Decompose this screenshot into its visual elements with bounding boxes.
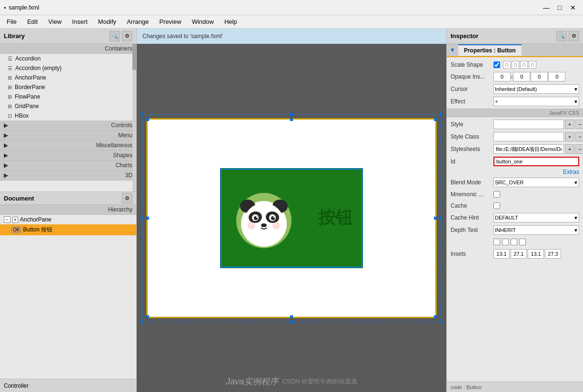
- menu-modify[interactable]: Modify: [93, 16, 121, 27]
- containers-section-header[interactable]: Containers: [0, 44, 136, 54]
- inspector-settings-button[interactable]: ⚙: [569, 31, 579, 41]
- close-button[interactable]: ✕: [567, 1, 579, 14]
- title-bar-left: ▪ sample.fxml: [4, 4, 39, 11]
- library-item-anchorpane[interactable]: ⊞ AnchorPane: [0, 73, 136, 82]
- misc-section-header[interactable]: ▶ Miscellaneous: [0, 141, 136, 151]
- accordion-label: Accordion: [15, 55, 40, 62]
- menu-file[interactable]: File: [2, 16, 21, 27]
- prop-cursor: Cursor Inherited (Default) ▼: [447, 83, 583, 95]
- style-minus-btn[interactable]: −: [575, 120, 583, 129]
- prop-blend-mode: Blend Mode SRC_OVER ▼: [447, 176, 583, 189]
- hierarchy-item-button[interactable]: OK Button 按钮: [0, 224, 136, 235]
- menu-section-header[interactable]: ▶ Menu: [0, 131, 136, 141]
- id-input[interactable]: [493, 157, 579, 166]
- insets-val-3[interactable]: [528, 249, 544, 259]
- prop-effect: Effect + ▼: [447, 95, 583, 108]
- menu-help[interactable]: Help: [220, 16, 242, 27]
- scale-btn-4[interactable]: □: [529, 61, 536, 69]
- charts-section-header[interactable]: ▶ Charts: [0, 161, 136, 171]
- cache-hint-select[interactable]: DEFAULT: [493, 213, 579, 222]
- style-class-add-btn[interactable]: +: [565, 132, 574, 141]
- app-icon: ▪: [4, 4, 6, 11]
- style-class-input[interactable]: [493, 132, 564, 141]
- stylesheets-add-btn[interactable]: +: [565, 144, 574, 154]
- opaque-val-4[interactable]: [548, 72, 565, 81]
- style-input[interactable]: [493, 120, 564, 129]
- menu-insert[interactable]: Insert: [67, 16, 92, 27]
- document-settings-button[interactable]: ⚙: [122, 193, 132, 203]
- misc-label: Miscellaneous: [96, 142, 132, 149]
- insets-check-4[interactable]: [519, 239, 526, 245]
- cursor-select[interactable]: Inherited (Default): [493, 84, 579, 94]
- scale-shape-checkbox[interactable]: [493, 61, 500, 68]
- id-value: [493, 157, 579, 166]
- menu-edit[interactable]: Edit: [22, 16, 42, 27]
- hbox-label: HBox: [15, 112, 29, 119]
- menu-window[interactable]: Window: [187, 16, 219, 27]
- hierarchy-item-anchorpane[interactable]: − + AnchorPane: [0, 215, 136, 224]
- menu-preview[interactable]: Preview: [154, 16, 186, 27]
- scale-btn-1[interactable]: □: [503, 61, 511, 69]
- shapes-section-header[interactable]: ▶ Shapes: [0, 151, 136, 161]
- menu-view[interactable]: View: [43, 16, 66, 27]
- stylesheets-minus-btn[interactable]: −: [575, 144, 583, 154]
- library-item-accordion-empty[interactable]: ☰ Accordion (empty): [0, 63, 136, 73]
- mnemonic-label: Mnemonic ...: [451, 191, 493, 198]
- cursor-select-wrapper: Inherited (Default) ▼: [493, 84, 579, 94]
- maximize-button[interactable]: □: [553, 1, 566, 14]
- prop-scale-shape: Scale Shape □ □ □ □: [447, 59, 583, 70]
- left-panel: Library 🔍 ⚙ Containers ☰ Accordion ☰ Acc…: [0, 29, 137, 392]
- scrollbar-track[interactable]: [132, 44, 136, 191]
- scrollbar-thumb[interactable]: [132, 44, 136, 70]
- cache-hint-wrapper: DEFAULT ▼: [493, 213, 579, 222]
- stylesheets-value: + −: [493, 144, 583, 154]
- cursor-label: Cursor: [451, 86, 493, 92]
- mnemonic-checkbox[interactable]: [493, 191, 500, 198]
- insets-val-1[interactable]: [493, 249, 510, 259]
- canvas-area[interactable]: 按钮 Java实例程序 CSDN: [137, 44, 446, 392]
- canvas-handle-mr: [434, 217, 437, 220]
- library-search-button[interactable]: 🔍: [110, 31, 120, 41]
- style-class-minus-btn[interactable]: −: [575, 132, 583, 141]
- style-add-btn[interactable]: +: [565, 120, 574, 129]
- library-settings-button[interactable]: ⚙: [122, 31, 132, 41]
- blend-mode-select[interactable]: SRC_OVER: [493, 178, 579, 187]
- library-item-hbox[interactable]: ⊡ HBox: [0, 111, 136, 121]
- insets-check-2[interactable]: [502, 239, 509, 245]
- inspector-search-button[interactable]: 🔍: [556, 31, 567, 41]
- hbox-icon: ⊡: [8, 113, 12, 119]
- minimize-button[interactable]: —: [540, 1, 553, 14]
- inspector-bottom-status: code : Button: [447, 382, 583, 392]
- panda-container: [231, 185, 297, 251]
- library-item-flowpane[interactable]: ⊞ FlowPane: [0, 92, 136, 101]
- library-item-borderpane[interactable]: ⊞ BorderPane: [0, 82, 136, 92]
- canvas-container[interactable]: 按钮: [146, 118, 437, 318]
- inspector-header: Inspector 🔍 ⚙: [447, 29, 583, 44]
- opaque-val-1[interactable]: [493, 72, 511, 81]
- stylesheets-input[interactable]: [493, 144, 564, 154]
- scale-btn-3[interactable]: □: [520, 61, 528, 69]
- library-item-accordion[interactable]: ☰ Accordion: [0, 54, 136, 63]
- cursor-value: Inherited (Default) ▼: [493, 84, 579, 94]
- opaque-val-2[interactable]: [513, 72, 530, 81]
- effect-select[interactable]: +: [493, 97, 579, 106]
- insets-check-3[interactable]: [511, 239, 517, 245]
- handle-tc-outer: [290, 113, 293, 116]
- insets-val-4[interactable]: [545, 249, 561, 259]
- threed-section-header[interactable]: ▶ 3D: [0, 171, 136, 181]
- depth-test-select[interactable]: INHERIT: [493, 225, 579, 235]
- insets-check-1[interactable]: [493, 239, 500, 245]
- menu-arrange[interactable]: Arrange: [122, 16, 153, 27]
- gridpane-icon: ⊞: [8, 103, 12, 110]
- inspector-tab-properties[interactable]: Properties : Button: [458, 44, 522, 56]
- insets-val-2[interactable]: [511, 249, 527, 259]
- blend-mode-wrapper: SRC_OVER ▼: [493, 178, 579, 187]
- scale-btn-2[interactable]: □: [512, 61, 519, 69]
- extras-link[interactable]: Extras: [563, 169, 579, 175]
- expand-anchorpane[interactable]: −: [4, 216, 10, 223]
- opaque-val-3[interactable]: [531, 72, 548, 81]
- library-item-gridpane[interactable]: ⊞ GridPane: [0, 101, 136, 111]
- controls-section-header[interactable]: ▶ Controls: [0, 121, 136, 131]
- cache-checkbox[interactable]: [493, 202, 500, 209]
- button-canvas-element[interactable]: 按钮: [220, 168, 363, 268]
